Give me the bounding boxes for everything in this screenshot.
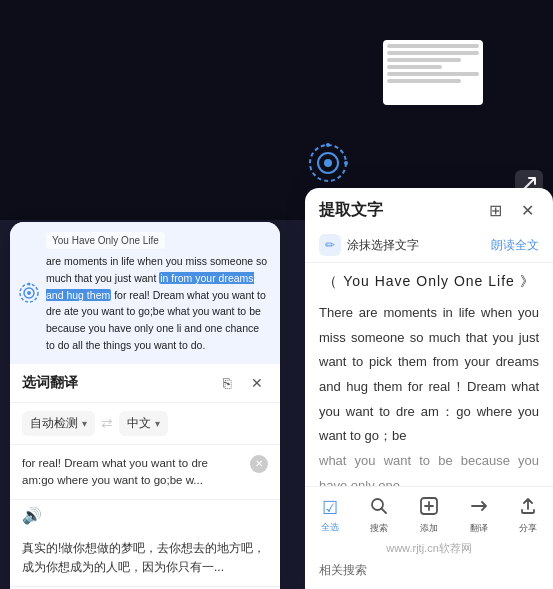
svg-point-8 [28,282,31,285]
main-body-text: There are moments in life when you miss … [319,301,539,449]
body-text-visible: There are moments in life when you miss … [319,305,539,443]
translation-panel-title: 选词翻译 [22,374,78,392]
thumbnail-line [387,51,479,55]
svg-point-2 [324,159,332,167]
source-language-label: 自动检测 [30,415,78,432]
add-icon [420,497,438,520]
right-bottom-toolbar: ☑ 全选 搜索 [305,486,553,589]
toolbar-select-all[interactable]: ☑ 全选 [321,497,339,535]
translate-label: 翻译 [470,522,488,535]
svg-point-7 [27,291,31,295]
main-text-content-area: （ You Have Only One Life 》 There are mom… [305,263,553,486]
related-search-label[interactable]: 相关搜索 [305,560,553,585]
toolbar-icons-row: ☑ 全选 搜索 [305,493,553,539]
toolbar-search[interactable]: 搜索 [370,497,388,535]
scan-orbit-icon[interactable] [308,143,348,183]
smear-icon: ✏ [319,234,341,256]
main-content-title: （ You Have Only One Life 》 [319,273,539,291]
thumbnail-line [387,65,442,69]
smear-select-left: ✏ 涂抹选择文字 [319,234,419,256]
add-label: 添加 [420,522,438,535]
copy-icon[interactable]: ⎘ [216,372,238,394]
clear-source-icon[interactable]: ✕ [250,455,268,473]
right-panel-title: 提取文字 [319,200,383,221]
toolbar-add[interactable]: 添加 [420,497,438,535]
thumbnail-line [387,72,479,76]
target-lang-chevron: ▾ [155,418,160,429]
select-all-label: 全选 [321,521,339,534]
source-text-area: for real! Dream what you want to dre am:… [10,445,280,501]
thumbnail-line [387,79,461,83]
select-all-icon: ☑ [322,497,338,519]
svg-point-3 [326,143,330,147]
svg-point-4 [344,161,348,165]
text-selection-area: You Have Only One Life are moments in li… [10,222,280,364]
smear-select-label: 涂抹选择文字 [347,237,419,254]
thumbnail-line [387,44,479,48]
target-language-label: 中文 [127,415,151,432]
close-icon[interactable]: ✕ [246,372,268,394]
watermark-text: www.rjtj.cn软荐网 [305,539,553,560]
right-close-icon[interactable]: ✕ [515,198,539,222]
target-language-button[interactable]: 中文 ▾ [119,411,168,436]
translation-header-icons: ⎘ ✕ [216,372,268,394]
selected-text-display: are moments in life when you miss someon… [46,253,268,354]
svg-line-10 [382,509,387,514]
smear-select-row: ✏ 涂抹选择文字 朗读全文 [305,228,553,263]
left-translation-panel: You Have Only One Life are moments in li… [10,222,280,589]
thumbnail-card [383,40,483,105]
main-body-text-faded: what you want to be because you have onl… [319,449,539,486]
toolbar-share[interactable]: 分享 [519,497,537,535]
thumbnail-lines [387,44,479,83]
source-speaker-icon[interactable]: 🔊 [10,500,280,531]
thumbnail-line [387,58,461,62]
language-divider: ⇄ [101,415,113,431]
translation-header: 选词翻译 ⎘ ✕ [10,364,280,403]
share-toolbar-icon [519,497,537,520]
right-extract-panel: 提取文字 ⊞ ✕ ✏ 涂抹选择文字 朗读全文 （ You Have Only O… [305,188,553,589]
dark-background [0,0,553,220]
grid-icon[interactable]: ⊞ [483,198,507,222]
language-selector-row: 自动检测 ▾ ⇄ 中文 ▾ [10,403,280,445]
source-text-content: for real! Dream what you want to dre am:… [22,455,250,490]
selection-title-tag: You Have Only One Life [46,232,165,249]
toolbar-translate[interactable]: 翻译 [470,497,488,535]
source-lang-chevron: ▾ [82,418,87,429]
translation-result-text: 真实的!做你想做的梦吧，去你想去的地方吧，成为你想成为的人吧，因为你只有一... [10,531,280,586]
search-label: 搜索 [370,522,388,535]
orbit-icon-small [18,282,40,304]
read-all-button[interactable]: 朗读全文 [491,237,539,254]
search-icon [370,497,388,520]
body-text-faded: what you want to be because you have onl… [319,453,539,486]
right-panel-header-icons: ⊞ ✕ [483,198,539,222]
share-toolbar-label: 分享 [519,522,537,535]
source-language-button[interactable]: 自动检测 ▾ [22,411,95,436]
translate-icon [470,497,488,520]
right-panel-header: 提取文字 ⊞ ✕ [305,188,553,228]
